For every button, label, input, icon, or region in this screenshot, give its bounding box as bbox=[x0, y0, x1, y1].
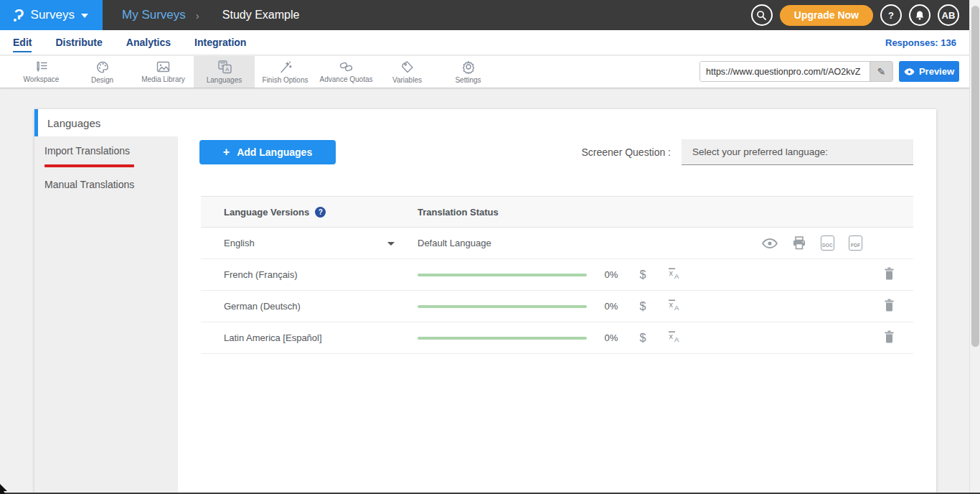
svg-text:A: A bbox=[674, 335, 679, 342]
notifications-button[interactable] bbox=[909, 4, 930, 26]
pencil-icon: ✎ bbox=[877, 66, 886, 78]
navbar-actions: Upgrade Now ? AB bbox=[751, 4, 980, 26]
delete-language-trash-icon[interactable] bbox=[884, 299, 895, 314]
breadcrumb-my-surveys[interactable]: My Surveys bbox=[122, 8, 186, 22]
design-palette-icon bbox=[95, 60, 110, 74]
sidebar-item-import-translations[interactable]: Import Translations bbox=[34, 136, 178, 161]
toolbar-item-variables[interactable]: Variables bbox=[377, 56, 438, 88]
auto-translate-icon[interactable]: xA bbox=[667, 267, 681, 282]
toolbar-item-finish-options[interactable]: Finish Options bbox=[255, 56, 316, 88]
delete-language-trash-icon[interactable] bbox=[884, 267, 895, 283]
tab-edit[interactable]: Edit bbox=[13, 32, 32, 52]
svg-text:x: x bbox=[669, 300, 674, 309]
table-header-row: Language Versions ? Translation Status bbox=[201, 196, 913, 228]
view-eye-icon[interactable] bbox=[762, 238, 778, 248]
svg-text:x: x bbox=[669, 269, 674, 277]
screener-question-select[interactable]: Select your preferred language: bbox=[682, 139, 913, 165]
export-doc-icon[interactable]: DOC bbox=[821, 236, 834, 251]
survey-url-group: ✎ bbox=[699, 61, 893, 82]
sidebar-header-languages[interactable]: Languages bbox=[34, 109, 178, 136]
table-row-language: German (Deutsch) 0% $ xA bbox=[201, 291, 913, 322]
toolbar-label: Design bbox=[91, 76, 113, 84]
delete-language-trash-icon[interactable] bbox=[884, 330, 895, 346]
survey-tabs-bar: Edit Distribute Analytics Integration Re… bbox=[0, 30, 980, 55]
table-row-language: Latin America [Español] 0% $ xA bbox=[201, 322, 913, 354]
search-button[interactable] bbox=[751, 4, 773, 26]
questionpro-logo-icon: Ɂ bbox=[14, 6, 24, 23]
toolbar-label: Finish Options bbox=[263, 76, 308, 84]
survey-url-input[interactable] bbox=[700, 62, 870, 81]
export-pdf-icon[interactable]: PDF bbox=[849, 236, 862, 251]
help-button[interactable]: ? bbox=[880, 4, 902, 26]
table-row-language: French (Français) 0% $ xA bbox=[201, 259, 913, 291]
toolbar-label: Workspace bbox=[24, 75, 60, 83]
plus-icon: + bbox=[223, 146, 230, 159]
top-navbar: Ɂ Surveys My Surveys › Study Example Upg… bbox=[0, 0, 980, 30]
upgrade-now-button[interactable]: Upgrade Now bbox=[780, 5, 873, 26]
toolbar-item-design[interactable]: Design bbox=[72, 56, 133, 88]
column-header-translation-status: Translation Status bbox=[418, 207, 499, 218]
languages-top-row: + Add Languages Screener Question : Sele… bbox=[199, 139, 913, 165]
tab-analytics[interactable]: Analytics bbox=[126, 32, 171, 52]
page-scrollbar[interactable] bbox=[969, 0, 980, 494]
search-icon bbox=[756, 10, 767, 21]
toolbar-label: Advance Quotas bbox=[320, 75, 373, 83]
languages-icon: x A bbox=[217, 60, 232, 74]
product-switcher[interactable]: Ɂ Surveys bbox=[0, 0, 103, 30]
preview-eye-icon bbox=[904, 68, 915, 75]
add-languages-button[interactable]: + Add Languages bbox=[199, 140, 336, 164]
column-header-language-versions: Language Versions ? bbox=[224, 207, 326, 218]
breadcrumb: My Surveys › Study Example bbox=[122, 8, 299, 22]
svg-text:A: A bbox=[225, 66, 230, 73]
svg-text:A: A bbox=[674, 304, 679, 311]
translation-percent: 0% bbox=[600, 332, 623, 343]
default-language-dropdown-caret-icon[interactable] bbox=[387, 242, 395, 246]
toolbar-item-languages[interactable]: x A Languages bbox=[194, 56, 255, 88]
table-row-default-language: English Default Language DOC PDF bbox=[201, 228, 913, 259]
settings-gear-icon bbox=[461, 60, 476, 74]
language-versions-table: Language Versions ? Translation Status E… bbox=[201, 196, 913, 354]
print-icon[interactable] bbox=[792, 236, 806, 250]
avatar[interactable]: AB bbox=[938, 4, 959, 26]
breadcrumb-separator: › bbox=[196, 9, 199, 22]
preview-button[interactable]: Preview bbox=[899, 61, 959, 82]
language-name: Latin America [Español] bbox=[224, 332, 322, 343]
media-library-icon bbox=[156, 60, 171, 73]
product-name: Surveys bbox=[31, 8, 75, 22]
toolbar-item-media-library[interactable]: Media Library bbox=[133, 56, 194, 88]
language-versions-help-icon[interactable]: ? bbox=[315, 207, 326, 218]
translation-progress-bar bbox=[418, 305, 587, 308]
language-name: German (Deutsch) bbox=[224, 301, 301, 312]
toolbar-item-settings[interactable]: Settings bbox=[438, 56, 499, 88]
toolbar-label: Languages bbox=[207, 76, 242, 84]
mouse-cursor bbox=[0, 483, 9, 494]
language-name: French (Français) bbox=[224, 269, 298, 280]
auto-translate-icon[interactable]: xA bbox=[667, 330, 681, 345]
default-language-actions: DOC PDF bbox=[762, 236, 862, 251]
sidebar-item-manual-translations[interactable]: Manual Translations bbox=[34, 170, 178, 195]
translation-percent: 0% bbox=[600, 301, 623, 312]
breadcrumb-current-survey: Study Example bbox=[222, 9, 300, 22]
screener-question-label: Screener Question : bbox=[581, 146, 671, 158]
translation-progress-bar bbox=[418, 274, 587, 276]
svg-text:x: x bbox=[669, 332, 674, 340]
responses-count[interactable]: Responses: 136 bbox=[885, 37, 956, 48]
scrollbar-thumb[interactable] bbox=[971, 6, 979, 347]
chevron-down-icon bbox=[81, 14, 88, 18]
toolbar-item-advance-quotas[interactable]: Advance Quotas bbox=[316, 56, 377, 88]
add-languages-label: Add Languages bbox=[237, 146, 312, 158]
paid-translation-icon[interactable]: $ bbox=[636, 300, 650, 313]
default-language-status: Default Language bbox=[418, 238, 491, 248]
paid-translation-icon[interactable]: $ bbox=[636, 332, 650, 345]
toolbar-label: Variables bbox=[392, 76, 422, 84]
toolbar-item-workspace[interactable]: Workspace bbox=[11, 56, 72, 88]
paid-translation-icon[interactable]: $ bbox=[636, 269, 650, 281]
auto-translate-icon[interactable]: xA bbox=[667, 299, 681, 314]
finish-options-wand-icon bbox=[278, 60, 293, 74]
tab-distribute[interactable]: Distribute bbox=[55, 32, 102, 52]
variables-tag-icon bbox=[400, 60, 415, 74]
advance-quotas-chain-icon bbox=[339, 60, 354, 73]
tab-integration[interactable]: Integration bbox=[194, 32, 246, 52]
edit-url-button[interactable]: ✎ bbox=[870, 62, 892, 81]
import-translations-annotation-underline bbox=[44, 164, 134, 167]
